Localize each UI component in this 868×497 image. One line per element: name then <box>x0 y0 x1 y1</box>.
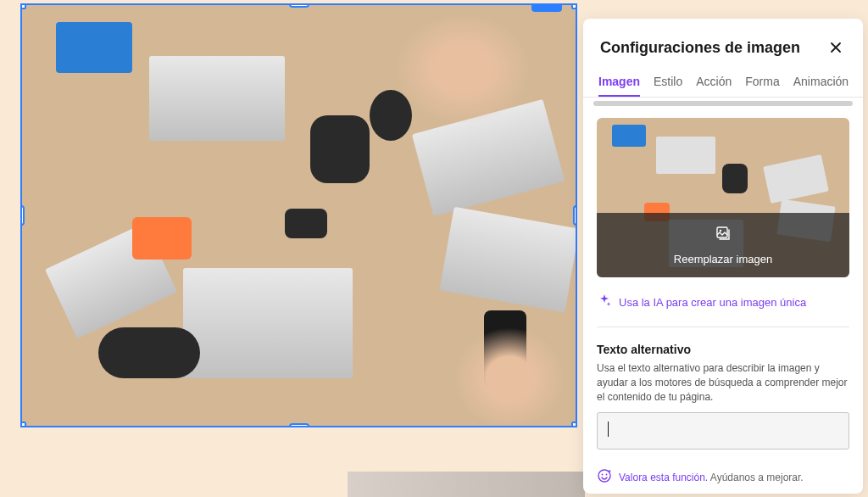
ai-generate-link[interactable]: Usa la IA para crear una imagen única <box>597 293 849 327</box>
svg-rect-0 <box>717 227 727 237</box>
alt-text-input[interactable] <box>597 412 849 450</box>
panel-header: Configuraciones de imagen <box>583 19 863 68</box>
resize-handle-tl[interactable] <box>20 3 26 9</box>
image-preview: Reemplazar imagen <box>597 118 849 277</box>
workspace-decor <box>439 207 577 313</box>
tab-accion[interactable]: Acción <box>696 68 732 97</box>
resize-handle-t[interactable] <box>289 3 309 8</box>
workspace-decor <box>149 56 285 141</box>
workspace-decor <box>454 327 565 427</box>
workspace-decor <box>98 327 200 378</box>
feedback-link[interactable]: Valora esta función. <box>619 472 708 483</box>
tabs-bar: Imagen Estilo Acción Forma Animación <box>583 68 863 98</box>
download-button[interactable] <box>531 3 562 12</box>
workspace-decor <box>395 14 531 124</box>
image-stack-icon <box>715 225 732 246</box>
close-icon <box>829 41 843 54</box>
resize-handle-l[interactable] <box>20 205 25 226</box>
feedback-rest: Ayúdanos a mejorar. <box>708 472 804 483</box>
canvas-area <box>0 0 585 497</box>
workspace-decor <box>285 209 327 238</box>
svg-point-1 <box>720 230 721 232</box>
feedback-row: Valora esta función. Ayúdanos a mejorar. <box>597 468 849 487</box>
alt-text-title: Texto alternativo <box>597 343 849 356</box>
ai-generate-label: Usa la IA para crear una imagen única <box>619 296 806 309</box>
svg-point-4 <box>606 474 608 476</box>
resize-handle-b[interactable] <box>289 423 309 427</box>
download-icon <box>540 3 554 6</box>
panel-title: Configuraciones de imagen <box>600 39 800 57</box>
svg-point-2 <box>598 470 610 482</box>
resize-handle-bl[interactable] <box>20 422 26 427</box>
tab-animacion[interactable]: Animación <box>793 68 849 97</box>
selected-image[interactable] <box>20 3 577 427</box>
panel-body: Reemplazar imagen Usa la IA para crear u… <box>583 106 863 494</box>
sparkle-icon <box>597 293 612 311</box>
alt-text-section: Texto alternativo Usa el texto alternati… <box>597 343 849 450</box>
tab-forma[interactable]: Forma <box>745 68 779 97</box>
tab-estilo[interactable]: Estilo <box>654 68 682 97</box>
resize-handle-tr[interactable] <box>571 3 577 9</box>
tab-imagen[interactable]: Imagen <box>598 68 640 97</box>
workspace-decor <box>132 217 192 260</box>
replace-image-label: Reemplazar imagen <box>674 253 772 265</box>
resize-handle-r[interactable] <box>573 205 577 226</box>
smile-icon <box>597 468 612 487</box>
alt-text-description: Usa el texto alternativo para describir … <box>597 361 849 404</box>
replace-image-button[interactable]: Reemplazar imagen <box>597 213 849 277</box>
adjacent-image-peek <box>348 472 585 497</box>
workspace-decor <box>310 115 370 183</box>
resize-handle-br[interactable] <box>571 422 577 427</box>
close-button[interactable] <box>826 37 846 58</box>
svg-point-3 <box>602 474 604 476</box>
workspace-decor <box>56 22 132 73</box>
image-settings-panel: Configuraciones de imagen Imagen Estilo … <box>583 19 863 494</box>
workspace-decor <box>183 268 353 378</box>
image-content <box>22 5 576 426</box>
